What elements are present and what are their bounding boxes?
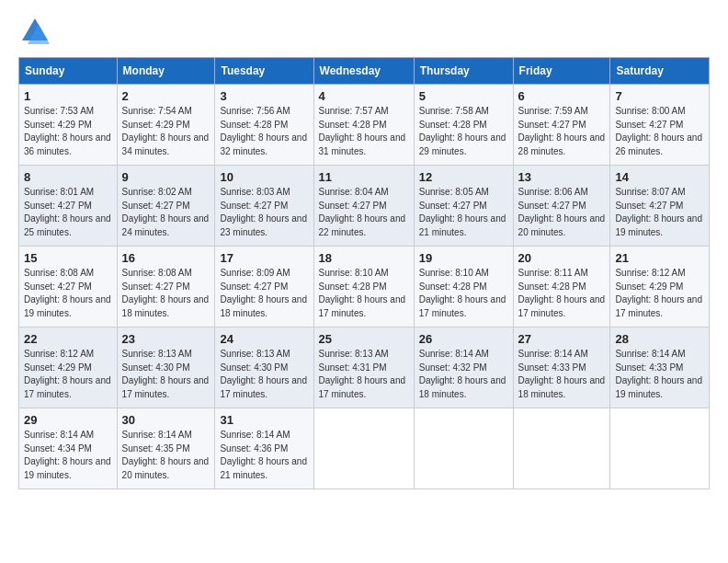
calendar-cell: 27 Sunrise: 8:14 AM Sunset: 4:33 PM Dayl… bbox=[513, 327, 610, 408]
sunrise-label: Sunrise: 8:08 AM bbox=[122, 268, 192, 278]
header bbox=[18, 15, 710, 48]
day-info: Sunrise: 8:14 AM Sunset: 4:33 PM Dayligh… bbox=[615, 348, 704, 401]
col-header-sunday: Sunday bbox=[19, 58, 118, 85]
calendar-cell: 17 Sunrise: 8:09 AM Sunset: 4:27 PM Dayl… bbox=[215, 247, 313, 327]
calendar-cell bbox=[513, 408, 610, 489]
sunrise-label: Sunrise: 8:13 AM bbox=[220, 349, 290, 359]
sunset-label: Sunset: 4:29 PM bbox=[24, 120, 92, 130]
day-number: 20 bbox=[518, 251, 606, 265]
day-number: 11 bbox=[319, 170, 409, 184]
sunrise-label: Sunrise: 8:13 AM bbox=[122, 349, 192, 359]
calendar-cell: 7 Sunrise: 8:00 AM Sunset: 4:27 PM Dayli… bbox=[610, 85, 710, 166]
calendar-cell: 5 Sunrise: 7:58 AM Sunset: 4:28 PM Dayli… bbox=[414, 85, 513, 166]
page: SundayMondayTuesdayWednesdayThursdayFrid… bbox=[0, 0, 728, 563]
daylight-label: Daylight: 8 hours and 26 minutes. bbox=[615, 132, 702, 156]
calendar-cell: 1 Sunrise: 7:53 AM Sunset: 4:29 PM Dayli… bbox=[19, 85, 118, 166]
calendar-cell: 23 Sunrise: 8:13 AM Sunset: 4:30 PM Dayl… bbox=[117, 327, 215, 408]
day-number: 1 bbox=[24, 89, 112, 103]
calendar-cell: 14 Sunrise: 8:07 AM Sunset: 4:27 PM Dayl… bbox=[610, 166, 710, 247]
calendar-cell: 31 Sunrise: 8:14 AM Sunset: 4:36 PM Dayl… bbox=[215, 408, 313, 489]
day-number: 3 bbox=[220, 89, 308, 103]
sunrise-label: Sunrise: 8:05 AM bbox=[419, 187, 489, 197]
sunrise-label: Sunrise: 8:00 AM bbox=[615, 106, 685, 116]
calendar-week-1: 1 Sunrise: 7:53 AM Sunset: 4:29 PM Dayli… bbox=[19, 85, 710, 166]
daylight-label: Daylight: 8 hours and 34 minutes. bbox=[122, 132, 210, 156]
calendar-cell bbox=[313, 408, 414, 489]
calendar-week-4: 22 Sunrise: 8:12 AM Sunset: 4:29 PM Dayl… bbox=[19, 327, 710, 408]
daylight-label: Daylight: 8 hours and 29 minutes. bbox=[419, 132, 506, 156]
sunset-label: Sunset: 4:27 PM bbox=[518, 201, 586, 211]
sunset-label: Sunset: 4:35 PM bbox=[122, 443, 190, 454]
sunset-label: Sunset: 4:27 PM bbox=[419, 201, 487, 211]
day-number: 27 bbox=[518, 332, 606, 346]
col-header-monday: Monday bbox=[117, 58, 215, 85]
sunrise-label: Sunrise: 8:01 AM bbox=[24, 187, 94, 197]
day-number: 15 bbox=[24, 251, 112, 265]
daylight-label: Daylight: 8 hours and 19 minutes. bbox=[615, 375, 702, 399]
day-info: Sunrise: 8:14 AM Sunset: 4:33 PM Dayligh… bbox=[518, 348, 606, 401]
sunrise-label: Sunrise: 8:12 AM bbox=[615, 268, 685, 278]
sunrise-label: Sunrise: 7:56 AM bbox=[220, 106, 290, 116]
sunset-label: Sunset: 4:28 PM bbox=[319, 282, 387, 292]
day-number: 6 bbox=[518, 89, 606, 103]
sunrise-label: Sunrise: 8:14 AM bbox=[615, 349, 685, 359]
sunrise-label: Sunrise: 8:11 AM bbox=[518, 268, 588, 278]
calendar-cell: 28 Sunrise: 8:14 AM Sunset: 4:33 PM Dayl… bbox=[610, 327, 710, 408]
calendar-cell: 16 Sunrise: 8:08 AM Sunset: 4:27 PM Dayl… bbox=[117, 247, 215, 327]
logo-icon bbox=[18, 15, 51, 48]
calendar-cell: 18 Sunrise: 8:10 AM Sunset: 4:28 PM Dayl… bbox=[313, 247, 414, 327]
calendar-week-2: 8 Sunrise: 8:01 AM Sunset: 4:27 PM Dayli… bbox=[19, 166, 710, 247]
calendar-week-3: 15 Sunrise: 8:08 AM Sunset: 4:27 PM Dayl… bbox=[19, 247, 710, 327]
daylight-label: Daylight: 8 hours and 19 minutes. bbox=[24, 294, 111, 318]
day-number: 14 bbox=[615, 170, 704, 184]
sunset-label: Sunset: 4:29 PM bbox=[24, 362, 92, 373]
sunrise-label: Sunrise: 8:13 AM bbox=[319, 349, 389, 359]
daylight-label: Daylight: 8 hours and 17 minutes. bbox=[419, 294, 506, 318]
sunrise-label: Sunrise: 7:58 AM bbox=[419, 106, 489, 116]
calendar-cell: 21 Sunrise: 8:12 AM Sunset: 4:29 PM Dayl… bbox=[610, 247, 710, 327]
sunrise-label: Sunrise: 8:02 AM bbox=[122, 187, 192, 197]
day-number: 4 bbox=[319, 89, 409, 103]
day-info: Sunrise: 7:56 AM Sunset: 4:28 PM Dayligh… bbox=[220, 105, 308, 158]
sunrise-label: Sunrise: 8:14 AM bbox=[122, 430, 192, 440]
day-number: 22 bbox=[24, 332, 112, 346]
sunrise-label: Sunrise: 8:07 AM bbox=[615, 187, 685, 197]
day-number: 18 bbox=[319, 251, 409, 265]
sunrise-label: Sunrise: 8:10 AM bbox=[419, 268, 489, 278]
sunrise-label: Sunrise: 8:14 AM bbox=[220, 430, 290, 440]
sunset-label: Sunset: 4:29 PM bbox=[615, 282, 683, 292]
sunset-label: Sunset: 4:27 PM bbox=[518, 120, 586, 130]
sunrise-label: Sunrise: 7:57 AM bbox=[319, 106, 389, 116]
daylight-label: Daylight: 8 hours and 28 minutes. bbox=[518, 132, 606, 156]
calendar-cell: 9 Sunrise: 8:02 AM Sunset: 4:27 PM Dayli… bbox=[117, 166, 215, 247]
day-info: Sunrise: 8:04 AM Sunset: 4:27 PM Dayligh… bbox=[319, 186, 409, 239]
day-info: Sunrise: 8:14 AM Sunset: 4:34 PM Dayligh… bbox=[24, 429, 112, 482]
day-info: Sunrise: 8:05 AM Sunset: 4:27 PM Dayligh… bbox=[419, 186, 508, 239]
day-info: Sunrise: 8:03 AM Sunset: 4:27 PM Dayligh… bbox=[220, 186, 308, 239]
daylight-label: Daylight: 8 hours and 21 minutes. bbox=[220, 456, 307, 480]
daylight-label: Daylight: 8 hours and 24 minutes. bbox=[122, 213, 210, 237]
day-number: 9 bbox=[122, 170, 210, 184]
calendar-table: SundayMondayTuesdayWednesdayThursdayFrid… bbox=[18, 57, 710, 489]
day-number: 29 bbox=[24, 413, 112, 427]
sunset-label: Sunset: 4:28 PM bbox=[220, 120, 288, 130]
sunrise-label: Sunrise: 8:03 AM bbox=[220, 187, 290, 197]
calendar-cell: 30 Sunrise: 8:14 AM Sunset: 4:35 PM Dayl… bbox=[117, 408, 215, 489]
calendar-cell bbox=[414, 408, 513, 489]
daylight-label: Daylight: 8 hours and 32 minutes. bbox=[220, 132, 307, 156]
day-info: Sunrise: 8:06 AM Sunset: 4:27 PM Dayligh… bbox=[518, 186, 606, 239]
calendar-cell: 19 Sunrise: 8:10 AM Sunset: 4:28 PM Dayl… bbox=[414, 247, 513, 327]
daylight-label: Daylight: 8 hours and 18 minutes. bbox=[122, 294, 210, 318]
day-number: 24 bbox=[220, 332, 308, 346]
sunset-label: Sunset: 4:27 PM bbox=[24, 282, 92, 292]
day-info: Sunrise: 8:10 AM Sunset: 4:28 PM Dayligh… bbox=[419, 267, 508, 320]
sunset-label: Sunset: 4:28 PM bbox=[518, 282, 586, 292]
col-header-thursday: Thursday bbox=[414, 58, 513, 85]
daylight-label: Daylight: 8 hours and 36 minutes. bbox=[24, 132, 111, 156]
day-info: Sunrise: 8:14 AM Sunset: 4:36 PM Dayligh… bbox=[220, 429, 308, 482]
daylight-label: Daylight: 8 hours and 19 minutes. bbox=[24, 456, 111, 480]
calendar-cell: 11 Sunrise: 8:04 AM Sunset: 4:27 PM Dayl… bbox=[313, 166, 414, 247]
day-info: Sunrise: 7:53 AM Sunset: 4:29 PM Dayligh… bbox=[24, 105, 112, 158]
daylight-label: Daylight: 8 hours and 21 minutes. bbox=[419, 213, 506, 237]
daylight-label: Daylight: 8 hours and 18 minutes. bbox=[220, 294, 307, 318]
